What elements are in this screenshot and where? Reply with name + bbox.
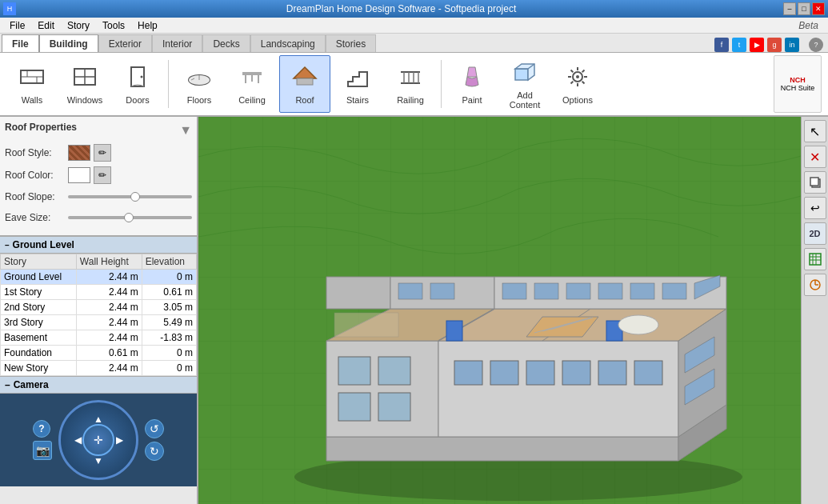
roof-properties-scroll[interactable]: ▼ [179,123,192,138]
svg-rect-69 [534,283,558,299]
compass-down-button[interactable]: ▼ [91,454,106,468]
svg-rect-68 [502,283,526,299]
roof-style-edit-button[interactable]: ✏ [94,144,111,162]
svg-rect-67 [430,283,454,299]
svg-rect-18 [297,78,313,85]
walls-icon [19,64,45,94]
story-row-4[interactable]: Basement 2.44 m -1.83 m [1,330,197,346]
compass-inner[interactable]: ✛ [82,424,114,456]
measure-button[interactable] [804,274,826,296]
elevation: 0 m [142,346,196,361]
facebook-icon[interactable]: f [714,38,729,52]
main-area: Roof Properties ▼ Roof Style: ✏ Roof Col… [0,117,828,504]
tab-building[interactable]: Building [39,34,98,52]
story-name: 3rd Story [1,315,77,330]
2d-view-button[interactable]: 2D [804,222,826,245]
tool-windows[interactable]: Windows [59,55,110,113]
app-icon: H [3,2,16,15]
window-controls: – □ ✕ [783,2,825,15]
delete-button[interactable]: ✕ [804,146,826,168]
grid-toggle-button[interactable] [804,248,826,270]
tool-ceiling[interactable]: Ceiling [226,55,278,113]
nch-suite-button[interactable]: NCH NCH Suite [774,55,822,113]
tool-walls[interactable]: Walls [6,55,58,113]
compass-left-button[interactable]: ◀ [70,433,85,447]
svg-rect-44 [526,361,554,385]
wall-height: 2.44 m [76,315,142,330]
story-row-5[interactable]: Foundation 0.61 m 0 m [1,346,197,361]
compass-up-button[interactable]: ▲ [91,412,106,426]
tool-floors[interactable]: Floors [174,55,225,113]
linkedin-icon[interactable]: in [785,38,799,52]
toolbar: Walls Windows Doors Floors Ceiling Roof [0,53,828,117]
menu-file[interactable]: File [3,18,31,33]
roof-color-swatch[interactable] [68,167,90,183]
copy-button[interactable] [804,171,826,194]
svg-rect-72 [630,283,654,299]
maximize-button[interactable]: □ [798,2,810,15]
menu-edit[interactable]: Edit [31,18,61,33]
svg-rect-77 [810,254,821,265]
doors-label: Doors [126,95,149,105]
roof-color-edit-button[interactable]: ✏ [94,166,111,184]
tool-stairs[interactable]: Stairs [332,55,383,113]
tab-stories[interactable]: Stories [326,34,376,52]
youtube-icon[interactable]: ▶ [750,38,764,52]
eave-size-slider[interactable] [68,210,192,226]
undo-button[interactable]: ↩ [804,197,826,219]
tool-doors[interactable]: Doors [112,55,163,113]
social-links: f t ▶ g in ? [714,38,826,52]
help-circle-icon[interactable]: ? [809,38,823,52]
camera-icon-button[interactable]: 📷 [33,441,52,460]
camera-panel: – Camera ? 📷 ▲ ▼ ◀ ▶ ✛ ↺ [0,376,197,486]
svg-rect-62 [334,313,398,337]
tool-options[interactable]: Options [552,55,603,113]
minimize-button[interactable]: – [783,2,796,15]
story-name: New Story [1,361,77,376]
googleplus-icon[interactable]: g [767,38,782,52]
orbit-right-button[interactable]: ↻ [145,442,164,461]
nch-label: NCH Suite [781,84,815,92]
roof-style-swatch[interactable] [68,145,90,161]
tool-roof[interactable]: Roof [279,55,330,113]
tab-exterior[interactable]: Exterior [98,34,152,52]
menubar: File Edit Story Tools Help Beta [0,18,828,34]
viewport[interactable] [198,117,801,504]
compass[interactable]: ▲ ▼ ◀ ▶ ✛ [58,400,138,480]
roof-slope-slider[interactable] [68,189,192,205]
eave-size-label: Eave Size: [5,212,65,223]
slope-thumb[interactable] [130,192,140,202]
roof-color-label: Roof Color: [5,170,65,181]
camera-header[interactable]: – Camera [0,377,197,394]
tool-paint[interactable]: Paint [446,55,498,113]
story-row-0[interactable]: Ground Level 2.44 m 0 m [1,270,197,285]
cursor-tool-button[interactable]: ↖ [804,120,826,142]
orbit-left-button[interactable]: ↺ [145,419,164,438]
story-row-6[interactable]: New Story 2.44 m 0 m [1,361,197,376]
tab-landscaping[interactable]: Landscaping [250,34,326,52]
ground-level-title: Ground Level [13,239,74,250]
story-row-3[interactable]: 3rd Story 2.44 m 5.49 m [1,315,197,330]
close-button[interactable]: ✕ [812,2,825,15]
story-row-1[interactable]: 1st Story 2.44 m 0.61 m [1,285,197,300]
ground-level-header[interactable]: – Ground Level [0,236,197,254]
tab-interior[interactable]: Interior [152,34,202,52]
twitter-icon[interactable]: t [732,38,746,52]
roof-properties-panel: Roof Properties ▼ Roof Style: ✏ Roof Col… [0,117,197,236]
tool-add-content[interactable]: Add Content [499,55,550,113]
menu-tools[interactable]: Tools [96,18,131,33]
compass-right-button[interactable]: ▶ [112,433,126,447]
menu-help[interactable]: Help [131,18,164,33]
story-row-2[interactable]: 2nd Story 2.44 m 3.05 m [1,300,197,315]
tool-railing[interactable]: Railing [385,55,436,113]
floors-icon [186,64,212,94]
tab-decks[interactable]: Decks [202,34,250,52]
sep1 [168,60,169,108]
svg-rect-25 [515,69,528,80]
tab-file[interactable]: File [2,34,39,52]
camera-help-button[interactable]: ? [33,420,50,438]
story-name: 2nd Story [1,300,77,315]
eave-thumb[interactable] [124,213,134,222]
menu-story[interactable]: Story [61,18,96,33]
roof-label: Roof [295,95,314,105]
